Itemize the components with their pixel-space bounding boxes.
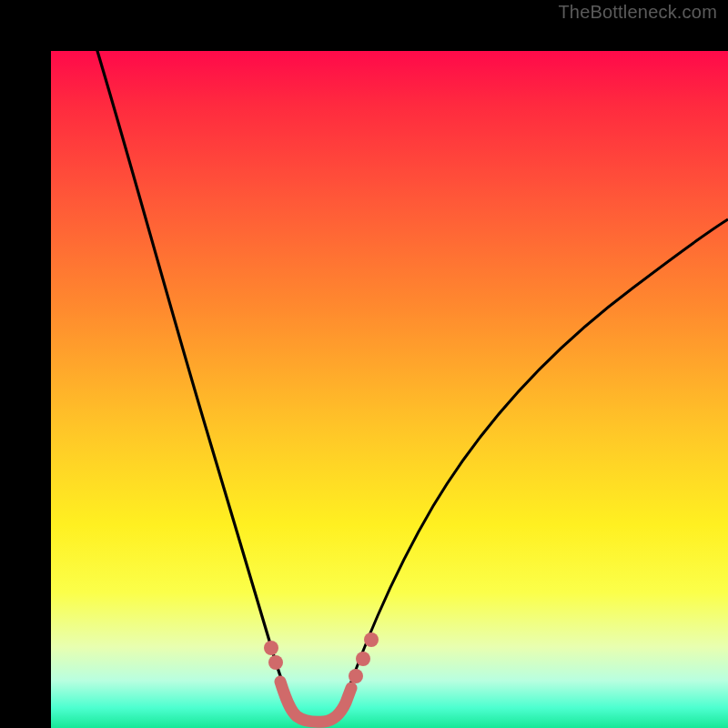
- bottleneck-chart: [51, 51, 728, 728]
- marker-dot: [264, 641, 278, 655]
- watermark-text: TheBottleneck.com: [558, 2, 717, 23]
- curve-left: [95, 51, 292, 706]
- marker-dot: [268, 655, 283, 670]
- plot-area: [51, 51, 728, 728]
- curve-right: [342, 219, 728, 706]
- marker-dot: [356, 652, 370, 666]
- curve-bottom-highlight: [280, 682, 351, 722]
- chart-frame: [0, 0, 728, 728]
- marker-dot: [364, 632, 379, 647]
- marker-dot: [349, 669, 363, 683]
